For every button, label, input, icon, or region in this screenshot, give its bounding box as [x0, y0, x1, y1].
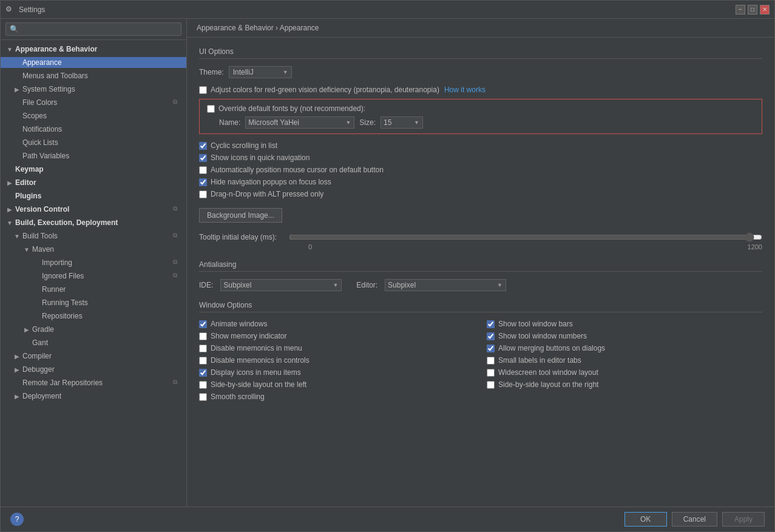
show-icons-quick-row: Show icons in quick navigation [199, 153, 762, 162]
sidebar-item-label: System Settings [22, 85, 75, 93]
tree-item-quick-lists: Quick Lists [1, 136, 186, 149]
tree-item-remote-jar: Remote Jar Repositories ⧉ [1, 376, 186, 389]
ok-button[interactable]: OK [624, 512, 667, 527]
show-memory-checkbox[interactable] [199, 332, 207, 340]
window-options-section-title: Window Options [199, 301, 762, 312]
sidebar-item-keymap[interactable]: Keymap [1, 164, 186, 175]
sidebar-item-repositories[interactable]: Repositories [1, 311, 186, 322]
sidebar-item-notifications[interactable]: Notifications [1, 124, 186, 135]
tree-item-path-variables: Path Variables [1, 149, 186, 163]
sidebar-item-ignored-files[interactable]: Ignored Files ⧉ [1, 271, 186, 281]
drag-drop-label: Drag-n-Drop with ALT pressed only [211, 190, 323, 198]
smooth-scrolling-checkbox[interactable] [199, 393, 207, 401]
hide-nav-popups-checkbox[interactable] [199, 178, 207, 186]
sidebar-item-debugger[interactable]: ▶ Debugger [1, 364, 186, 375]
minimize-button[interactable]: − [736, 5, 745, 15]
antialiasing-row: IDE: Subpixel Greyscale Default Editor: … [199, 279, 762, 291]
sidebar-item-importing[interactable]: Importing ⧉ [1, 257, 186, 268]
antialiasing-section-title: Antialiasing [199, 260, 762, 272]
disable-mnemonics-controls-checkbox[interactable] [199, 357, 207, 365]
copy-icon: ⧉ [173, 205, 181, 214]
font-name-select[interactable]: Microsoft YaHei [245, 116, 354, 129]
override-fonts-label: Override default fonts by (not recommend… [218, 104, 365, 113]
sidebar-item-gant[interactable]: Gant [1, 337, 186, 348]
help-button[interactable]: ? [10, 513, 24, 526]
show-tool-bars-checkbox[interactable] [487, 320, 495, 328]
search-input[interactable] [5, 22, 181, 36]
slider-min: 0 [308, 243, 312, 251]
spacer [13, 125, 21, 133]
smooth-scrolling-row: Smooth scrolling [199, 392, 475, 401]
sidebar-item-scopes[interactable]: Scopes [1, 110, 186, 121]
bg-image-section: Background Image... [199, 203, 762, 227]
sidebar-item-appearance[interactable]: Appearance [1, 57, 186, 68]
sidebar-item-label: Version Control [15, 205, 69, 214]
side-by-side-left-checkbox[interactable] [199, 381, 207, 389]
show-tool-numbers-checkbox[interactable] [487, 332, 495, 340]
sidebar-item-menus[interactable]: Menus and Toolbars [1, 70, 186, 81]
widescreen-checkbox[interactable] [487, 369, 495, 377]
ide-aa-select[interactable]: Subpixel Greyscale Default [220, 279, 342, 291]
expander-icon: ▶ [13, 365, 21, 374]
theme-select-wrapper: IntelliJ Darcula High Contrast [229, 66, 292, 78]
apply-button[interactable]: Apply [722, 512, 765, 527]
cyclic-scrolling-checkbox[interactable] [199, 142, 207, 150]
sidebar-item-label: Keymap [15, 165, 44, 173]
font-size-select[interactable]: 15 [381, 116, 423, 129]
disable-mnemonics-menu-checkbox[interactable] [199, 345, 207, 352]
sidebar-item-gradle[interactable]: ▶ Gradle [1, 324, 186, 335]
tree-item-version-control: ▶ Version Control ⧉ [1, 203, 186, 216]
sidebar-item-runner[interactable]: Runner [1, 284, 186, 295]
sidebar-item-version-control[interactable]: ▶ Version Control ⧉ [1, 204, 186, 215]
bg-image-button[interactable]: Background Image... [199, 208, 282, 223]
theme-select[interactable]: IntelliJ Darcula High Contrast [229, 66, 292, 78]
small-labels-row: Small labels in editor tabs [487, 356, 762, 365]
sidebar-item-appearance-behavior[interactable]: ▼ Appearance & Behavior [1, 44, 186, 55]
tree-item-repositories: Repositories [1, 309, 186, 323]
adjust-colors-checkbox[interactable] [199, 86, 207, 94]
sidebar-item-file-colors[interactable]: File Colors ⧉ [1, 97, 186, 108]
override-fonts-checkbox[interactable] [207, 105, 215, 113]
sidebar-item-label: File Colors [22, 98, 57, 107]
side-by-side-right-checkbox[interactable] [487, 381, 495, 389]
close-button[interactable]: ✕ [760, 5, 770, 15]
drag-drop-checkbox[interactable] [199, 190, 207, 198]
sidebar-item-label: Debugger [22, 365, 55, 374]
tree-item-gradle: ▶ Gradle [1, 323, 186, 336]
sidebar-item-build-execution[interactable]: ▼ Build, Execution, Deployment [1, 217, 186, 228]
spacer [32, 272, 41, 280]
spacer [13, 98, 21, 107]
sidebar-item-path-variables[interactable]: Path Variables [1, 150, 186, 161]
settings-window: ⚙ Settings − □ ✕ ▼ Appearance & Behavior [0, 0, 775, 532]
sidebar-item-running-tests[interactable]: Running Tests [1, 297, 186, 308]
spacer [13, 152, 21, 160]
display-icons-checkbox[interactable] [199, 369, 207, 377]
maximize-button[interactable]: □ [748, 5, 757, 15]
tooltip-delay-section: Tooltip initial delay (ms): 0 1200 [199, 232, 762, 251]
sidebar-item-label: Scopes [22, 112, 47, 120]
cancel-button[interactable]: Cancel [672, 512, 717, 527]
tooltip-delay-slider[interactable] [289, 232, 762, 242]
expander-icon: ▶ [13, 392, 21, 400]
sidebar-item-remote-jar[interactable]: Remote Jar Repositories ⧉ [1, 377, 186, 388]
sidebar-item-maven[interactable]: ▼ Maven [1, 244, 186, 255]
show-icons-quick-checkbox[interactable] [199, 154, 207, 162]
auto-position-checkbox[interactable] [199, 166, 207, 174]
allow-merging-checkbox[interactable] [487, 345, 495, 352]
editor-aa-select[interactable]: Subpixel Greyscale Default [385, 279, 506, 291]
how-it-works-link[interactable]: How it works [444, 86, 486, 94]
sidebar-item-quick-lists[interactable]: Quick Lists [1, 137, 186, 148]
sidebar-item-build-tools[interactable]: ▼ Build Tools ⧉ [1, 231, 186, 241]
sidebar-item-compiler[interactable]: ▶ Compiler [1, 351, 186, 362]
sidebar-item-plugins[interactable]: Plugins [1, 190, 186, 201]
sidebar-item-system[interactable]: ▶ System Settings [1, 84, 186, 95]
spacer [5, 192, 14, 200]
animate-windows-checkbox[interactable] [199, 320, 207, 328]
title-bar-left: ⚙ Settings [5, 5, 45, 15]
small-labels-checkbox[interactable] [487, 357, 495, 365]
sidebar-item-deployment[interactable]: ▶ Deployment [1, 391, 186, 402]
slider-max: 1200 [748, 243, 762, 251]
sidebar-item-editor[interactable]: ▶ Editor [1, 177, 186, 188]
display-icons-row: Display icons in menu items [199, 368, 475, 377]
adjust-colors-label: Adjust colors for red-green vision defic… [211, 86, 439, 94]
